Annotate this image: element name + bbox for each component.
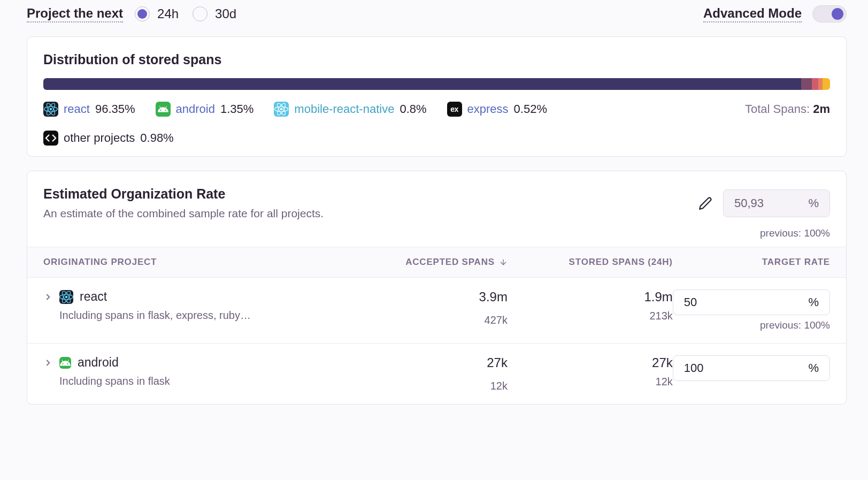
project-next-label: Project the next bbox=[27, 6, 123, 22]
org-rate-input[interactable]: 50,93 % bbox=[723, 189, 830, 217]
radio-indicator bbox=[135, 6, 150, 21]
accepted-value: 3.9m bbox=[479, 289, 508, 304]
react-icon bbox=[43, 102, 58, 117]
org-rate-text: Estimated Organization Rate An estimate … bbox=[43, 186, 324, 220]
time-option-30d[interactable]: 30d bbox=[193, 6, 236, 21]
project-pct: 1.35% bbox=[220, 102, 254, 116]
stored-sub: 213k bbox=[649, 310, 672, 322]
project-name[interactable]: react bbox=[80, 289, 107, 304]
target-rate-previous: previous: 100% bbox=[673, 319, 830, 331]
android-icon bbox=[156, 102, 171, 117]
advanced-mode-toggle[interactable] bbox=[812, 5, 847, 22]
time-option-label: 24h bbox=[157, 6, 179, 21]
distribution-segment bbox=[823, 78, 830, 90]
legend-item-mobile-react-native: mobile-react-native0.8% bbox=[274, 102, 426, 117]
sort-arrow-down-icon bbox=[499, 258, 508, 266]
project-pct: 96.35% bbox=[95, 102, 135, 116]
code-icon bbox=[43, 131, 58, 146]
th-accepted-label: ACCEPTED SPANS bbox=[405, 257, 495, 268]
react-native-icon bbox=[274, 102, 289, 117]
distribution-segment bbox=[812, 78, 818, 90]
legend-item-express: exexpress0.52% bbox=[447, 102, 547, 117]
time-option-label: 30d bbox=[215, 6, 236, 21]
distribution-title: Distribution of stored spans bbox=[43, 52, 830, 67]
distribution-bar bbox=[43, 78, 830, 90]
stored-value: 1.9m bbox=[644, 289, 672, 304]
time-option-24h[interactable]: 24h bbox=[135, 6, 179, 21]
distribution-card: Distribution of stored spans react96.35%… bbox=[27, 36, 847, 157]
table-row: reactIncluding spans in flask, express, … bbox=[27, 278, 846, 344]
legend-item-react: react96.35% bbox=[43, 102, 135, 117]
target-rate-unit: % bbox=[808, 361, 819, 375]
th-target: TARGET RATE bbox=[673, 257, 830, 268]
project-link[interactable]: express bbox=[467, 102, 509, 116]
distribution-segment bbox=[43, 78, 801, 90]
org-rate-unit: % bbox=[808, 196, 819, 210]
target-rate-input[interactable]: 50% bbox=[673, 289, 830, 315]
total-spans-value: 2m bbox=[813, 102, 830, 116]
pencil-icon[interactable] bbox=[698, 196, 712, 210]
target-rate-input[interactable]: 100% bbox=[673, 355, 830, 381]
th-project: ORIGINATING PROJECT bbox=[43, 257, 342, 268]
project-subtext: Including spans in flask, express, ruby… bbox=[59, 309, 342, 322]
android-icon bbox=[59, 357, 71, 369]
project-subtext: Including spans in flask bbox=[59, 375, 342, 387]
distribution-legend: react96.35%android1.35%mobile-react-nati… bbox=[43, 102, 830, 117]
distribution-segment bbox=[801, 78, 812, 90]
total-spans: Total Spans: 2m bbox=[745, 102, 830, 116]
table-row: androidIncluding spans in flask27k12k27k… bbox=[27, 344, 846, 404]
stored-sub: 12k bbox=[656, 376, 673, 388]
project-link[interactable]: android bbox=[176, 102, 215, 116]
svg-point-9 bbox=[65, 295, 68, 298]
org-rate-card: Estimated Organization Rate An estimate … bbox=[27, 171, 847, 405]
target-rate-unit: % bbox=[808, 295, 819, 309]
accepted-sub: 427k bbox=[485, 314, 508, 326]
react-icon bbox=[59, 290, 73, 304]
accepted-value: 27k bbox=[487, 355, 508, 370]
radio-indicator bbox=[193, 6, 208, 21]
project-pct: 0.8% bbox=[400, 102, 426, 116]
svg-point-0 bbox=[50, 108, 52, 111]
distribution-segment bbox=[818, 78, 823, 90]
org-rate-title: Estimated Organization Rate bbox=[43, 186, 324, 202]
accepted-sub: 12k bbox=[490, 380, 508, 392]
other-projects-pct: 0.98% bbox=[140, 131, 173, 145]
other-projects-label: other projects bbox=[64, 131, 135, 145]
org-rate-previous: previous: 100% bbox=[27, 224, 846, 247]
table-header: ORIGINATING PROJECT ACCEPTED SPANS STORE… bbox=[27, 247, 846, 278]
project-pct: 0.52% bbox=[514, 102, 547, 116]
chevron-right-icon[interactable] bbox=[43, 292, 53, 302]
projection-controls: Project the next 24h 30d Advanced Mode bbox=[27, 5, 847, 22]
stored-value: 27k bbox=[652, 355, 673, 370]
th-accepted[interactable]: ACCEPTED SPANS bbox=[342, 257, 508, 268]
th-stored[interactable]: STORED SPANS (24H) bbox=[508, 257, 673, 268]
svg-point-4 bbox=[280, 108, 283, 111]
legend-item-android: android1.35% bbox=[156, 102, 254, 117]
target-rate-value: 50 bbox=[684, 295, 697, 309]
project-name[interactable]: android bbox=[78, 355, 119, 370]
toggle-knob bbox=[832, 8, 843, 20]
express-icon: ex bbox=[447, 102, 462, 117]
total-spans-label: Total Spans: bbox=[745, 102, 813, 116]
org-rate-value: 50,93 bbox=[734, 196, 764, 210]
advanced-mode-row: Advanced Mode bbox=[703, 5, 847, 22]
time-range-group: 24h 30d bbox=[135, 6, 236, 21]
advanced-mode-label: Advanced Mode bbox=[703, 6, 802, 22]
legend-item-other: other projects 0.98% bbox=[43, 131, 174, 146]
project-link[interactable]: mobile-react-native bbox=[294, 102, 394, 116]
chevron-right-icon[interactable] bbox=[43, 358, 53, 368]
org-rate-subtitle: An estimate of the combined sample rate … bbox=[43, 207, 324, 220]
target-rate-value: 100 bbox=[684, 361, 704, 375]
project-link[interactable]: react bbox=[64, 102, 90, 116]
